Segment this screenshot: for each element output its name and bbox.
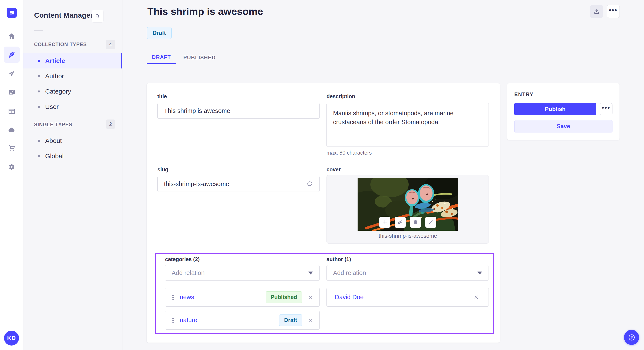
ellipsis-icon: ••• — [602, 108, 610, 110]
bullet-dot — [38, 155, 40, 157]
section-single-types: SINGLE TYPES — [34, 122, 72, 128]
categories-label: categories (2) — [165, 256, 200, 262]
tab-draft[interactable]: DRAFT — [147, 51, 176, 64]
single-types-count-badge: 2 — [106, 120, 115, 129]
cloud-icon — [8, 126, 16, 134]
sidebar-title: Content Manager — [34, 11, 93, 19]
bullet-dot — [38, 75, 40, 77]
title-input[interactable]: This shrimp is awesome — [158, 103, 320, 119]
feather-icon — [8, 51, 16, 59]
sidebar-item-label: About — [45, 137, 62, 144]
rail-item-marketplace[interactable] — [4, 140, 20, 156]
sidebar-divider — [34, 30, 43, 31]
close-icon — [308, 317, 314, 323]
author-placeholder: Add relation — [333, 269, 478, 276]
icon-rail: KD — [0, 0, 24, 350]
cart-icon — [8, 144, 16, 152]
sidebar-item-user[interactable]: User — [24, 99, 122, 114]
sidebar-item-article[interactable]: Article — [24, 53, 122, 68]
remove-relation-button[interactable] — [308, 294, 314, 300]
rail-item-home[interactable] — [4, 28, 20, 44]
slug-input[interactable]: this-shrimp-is-awesome — [158, 176, 320, 192]
sidebar-item-category[interactable]: Category — [24, 84, 122, 99]
export-download-button[interactable] — [590, 5, 603, 18]
author-add-relation-select[interactable]: Add relation — [326, 265, 489, 281]
header-more-button[interactable]: ••• — [607, 5, 620, 18]
rail-item-releases[interactable] — [4, 66, 20, 82]
categories-add-relation-select[interactable]: Add relation — [165, 265, 320, 281]
plus-icon — [382, 219, 388, 225]
download-icon — [594, 8, 600, 15]
gear-icon — [8, 163, 16, 171]
publish-button[interactable]: Publish — [514, 103, 596, 115]
cover-caption: this-shrimp-is-awesome — [327, 233, 489, 239]
relation-link-news[interactable]: news — [180, 294, 194, 301]
sidebar-item-label: Category — [45, 88, 71, 95]
sidebar-item-author[interactable]: Author — [24, 68, 122, 84]
entry-heading: ENTRY — [514, 91, 534, 97]
drag-handle-icon[interactable] — [171, 294, 175, 300]
description-value: Mantis shrimps, or stomatopods, are mari… — [333, 110, 454, 126]
media-library-icon — [8, 88, 16, 96]
relation-link-nature[interactable]: nature — [180, 317, 197, 324]
description-textarea[interactable]: Mantis shrimps, or stomatopods, are mari… — [326, 103, 489, 147]
chevron-down-icon — [478, 272, 482, 275]
regenerate-slug-icon[interactable] — [306, 180, 313, 187]
relation-item-david-doe: David Doe — [326, 288, 489, 307]
trash-icon — [413, 219, 418, 225]
cover-edit-button[interactable] — [425, 217, 436, 228]
cover-image-mantis-shrimp[interactable] — [358, 178, 458, 231]
sidebar-search-button[interactable] — [92, 10, 104, 22]
entry-more-button[interactable]: ••• — [600, 103, 612, 115]
title-input-value: This shrimp is awesome — [164, 107, 230, 114]
user-initials: KD — [7, 335, 16, 342]
layout-icon — [8, 107, 16, 115]
search-icon — [95, 13, 100, 19]
section-collection-types: COLLECTION TYPES — [34, 42, 87, 47]
paper-plane-icon — [8, 70, 16, 78]
rail-item-content-manager[interactable] — [4, 47, 20, 63]
published-status-badge: Published — [266, 291, 302, 303]
tab-published[interactable]: PUBLISHED — [176, 51, 223, 64]
remove-relation-button[interactable] — [308, 317, 314, 323]
status-badge: Draft — [147, 27, 172, 39]
bullet-dot — [38, 90, 40, 93]
description-field-label: description — [326, 93, 355, 100]
relations-highlight-box: categories (2) Add relation news Publish… — [155, 253, 494, 334]
sidebar-item-label: Global — [45, 153, 64, 160]
help-button[interactable] — [624, 330, 639, 345]
chevron-down-icon — [308, 272, 313, 275]
cover-add-button[interactable] — [379, 217, 390, 228]
sidebar-item-label: Article — [45, 57, 65, 64]
cover-delete-button[interactable] — [410, 217, 421, 228]
title-field-label: title — [158, 93, 167, 100]
rail-item-settings[interactable] — [4, 159, 20, 175]
cover-panel: this-shrimp-is-awesome — [326, 175, 489, 244]
close-icon — [308, 294, 314, 300]
author-label: author (1) — [326, 256, 351, 262]
remove-relation-button[interactable] — [473, 294, 479, 300]
cover-field-label: cover — [326, 167, 341, 173]
rail-item-content-type-builder[interactable] — [4, 103, 20, 119]
cover-copy-link-button[interactable] — [394, 217, 406, 228]
draft-published-tabs: DRAFT PUBLISHED — [147, 51, 223, 64]
close-icon — [473, 294, 479, 300]
rail-item-media-library[interactable] — [4, 84, 20, 100]
entry-panel: ENTRY Publish ••• Save — [507, 83, 620, 140]
strapi-admin-page: KD Content Manager COLLECTION TYPES 4 Ar… — [0, 0, 644, 350]
rail-item-deploy-cloud[interactable] — [4, 122, 20, 138]
cover-action-buttons — [379, 217, 436, 228]
strapi-logo[interactable] — [6, 8, 17, 18]
relation-link-david-doe[interactable]: David Doe — [335, 294, 364, 301]
user-avatar[interactable]: KD — [4, 331, 19, 346]
sidebar-item-about[interactable]: About — [24, 133, 122, 149]
drag-handle-icon[interactable] — [171, 317, 175, 323]
bullet-dot — [38, 60, 40, 62]
pencil-icon — [428, 219, 434, 225]
strapi-logo-icon — [9, 10, 14, 15]
save-button[interactable]: Save — [514, 120, 612, 133]
sidebar-item-global[interactable]: Global — [24, 149, 122, 164]
content-manager-sidebar: Content Manager COLLECTION TYPES 4 Artic… — [24, 0, 122, 350]
rail-divider-top — [0, 23, 24, 23]
collection-types-count-badge: 4 — [106, 40, 115, 49]
